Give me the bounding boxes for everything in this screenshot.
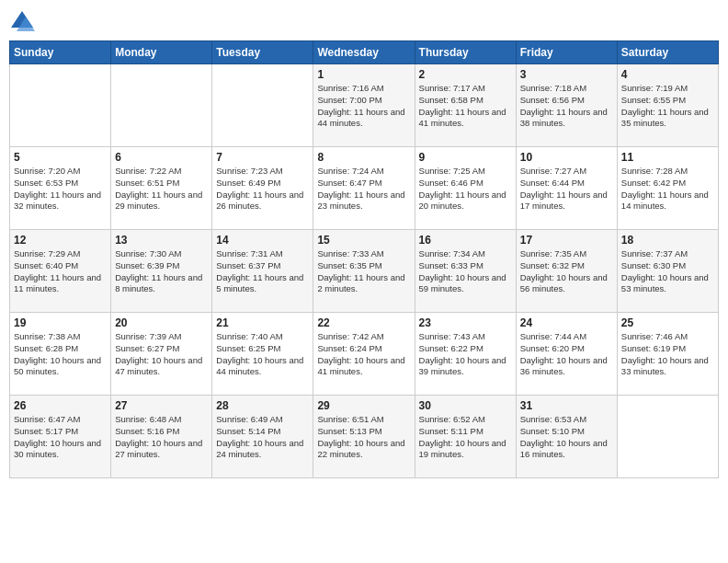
day-number: 19: [14, 316, 107, 329]
day-number: 17: [520, 234, 613, 247]
cell-content: Sunrise: 7:29 AM Sunset: 6:40 PM Dayligh…: [14, 248, 107, 295]
calendar-cell: 15Sunrise: 7:33 AM Sunset: 6:35 PM Dayli…: [313, 230, 415, 313]
cell-content: Sunrise: 7:40 AM Sunset: 6:25 PM Dayligh…: [216, 331, 309, 378]
calendar-cell: 6Sunrise: 7:22 AM Sunset: 6:51 PM Daylig…: [111, 147, 212, 230]
calendar-table: SundayMondayTuesdayWednesdayThursdayFrid…: [9, 40, 719, 478]
day-number: 21: [216, 316, 309, 329]
calendar-cell: [617, 396, 718, 478]
cell-content: Sunrise: 7:33 AM Sunset: 6:35 PM Dayligh…: [317, 248, 410, 295]
cell-content: Sunrise: 7:34 AM Sunset: 6:33 PM Dayligh…: [419, 248, 512, 295]
calendar-cell: [111, 64, 212, 147]
weekday-header: Thursday: [415, 41, 516, 64]
cell-content: Sunrise: 7:28 AM Sunset: 6:42 PM Dayligh…: [621, 166, 714, 213]
calendar-cell: 2Sunrise: 7:17 AM Sunset: 6:58 PM Daylig…: [415, 64, 516, 147]
day-number: 30: [419, 399, 512, 412]
cell-content: Sunrise: 6:47 AM Sunset: 5:17 PM Dayligh…: [14, 414, 107, 461]
weekday-header: Monday: [111, 41, 212, 64]
calendar-cell: 11Sunrise: 7:28 AM Sunset: 6:42 PM Dayli…: [617, 147, 718, 230]
cell-content: Sunrise: 7:20 AM Sunset: 6:53 PM Dayligh…: [14, 166, 107, 213]
page-header: [9, 9, 719, 35]
day-number: 22: [317, 316, 410, 329]
calendar-cell: 14Sunrise: 7:31 AM Sunset: 6:37 PM Dayli…: [212, 230, 313, 313]
cell-content: Sunrise: 7:39 AM Sunset: 6:27 PM Dayligh…: [115, 331, 208, 378]
cell-content: Sunrise: 7:23 AM Sunset: 6:49 PM Dayligh…: [216, 166, 309, 213]
logo: [9, 9, 39, 35]
calendar-cell: 8Sunrise: 7:24 AM Sunset: 6:47 PM Daylig…: [313, 147, 415, 230]
calendar-cell: [10, 64, 111, 147]
weekday-header: Tuesday: [212, 41, 313, 64]
calendar-cell: 27Sunrise: 6:48 AM Sunset: 5:16 PM Dayli…: [111, 396, 212, 478]
cell-content: Sunrise: 7:35 AM Sunset: 6:32 PM Dayligh…: [520, 248, 613, 295]
cell-content: Sunrise: 6:52 AM Sunset: 5:11 PM Dayligh…: [419, 414, 512, 461]
weekday-header: Friday: [516, 41, 617, 64]
cell-content: Sunrise: 7:24 AM Sunset: 6:47 PM Dayligh…: [317, 166, 410, 213]
day-number: 12: [14, 234, 107, 247]
calendar-cell: 29Sunrise: 6:51 AM Sunset: 5:13 PM Dayli…: [313, 396, 415, 478]
cell-content: Sunrise: 7:27 AM Sunset: 6:44 PM Dayligh…: [520, 166, 613, 213]
calendar-cell: 1Sunrise: 7:16 AM Sunset: 7:00 PM Daylig…: [313, 64, 415, 147]
weekday-header: Saturday: [617, 41, 718, 64]
day-number: 13: [115, 234, 208, 247]
day-number: 5: [14, 151, 107, 164]
calendar-cell: 13Sunrise: 7:30 AM Sunset: 6:39 PM Dayli…: [111, 230, 212, 313]
day-number: 18: [621, 234, 714, 247]
calendar-cell: 23Sunrise: 7:43 AM Sunset: 6:22 PM Dayli…: [415, 313, 516, 396]
cell-content: Sunrise: 6:48 AM Sunset: 5:16 PM Dayligh…: [115, 414, 208, 461]
calendar-week-row: 5Sunrise: 7:20 AM Sunset: 6:53 PM Daylig…: [10, 147, 719, 230]
day-number: 6: [115, 151, 208, 164]
weekday-header: Sunday: [10, 41, 111, 64]
cell-content: Sunrise: 7:46 AM Sunset: 6:19 PM Dayligh…: [621, 331, 714, 378]
day-number: 25: [621, 316, 714, 329]
weekday-row: SundayMondayTuesdayWednesdayThursdayFrid…: [10, 41, 719, 64]
calendar-cell: 16Sunrise: 7:34 AM Sunset: 6:33 PM Dayli…: [415, 230, 516, 313]
day-number: 8: [317, 151, 410, 164]
calendar-cell: 26Sunrise: 6:47 AM Sunset: 5:17 PM Dayli…: [10, 396, 111, 478]
calendar-cell: 22Sunrise: 7:42 AM Sunset: 6:24 PM Dayli…: [313, 313, 415, 396]
day-number: 27: [115, 399, 208, 412]
calendar-week-row: 19Sunrise: 7:38 AM Sunset: 6:28 PM Dayli…: [10, 313, 719, 396]
calendar-cell: 20Sunrise: 7:39 AM Sunset: 6:27 PM Dayli…: [111, 313, 212, 396]
calendar-cell: [212, 64, 313, 147]
day-number: 9: [419, 151, 512, 164]
calendar-cell: 3Sunrise: 7:18 AM Sunset: 6:56 PM Daylig…: [516, 64, 617, 147]
cell-content: Sunrise: 7:19 AM Sunset: 6:55 PM Dayligh…: [621, 83, 714, 130]
day-number: 11: [621, 151, 714, 164]
day-number: 24: [520, 316, 613, 329]
day-number: 7: [216, 151, 309, 164]
cell-content: Sunrise: 7:16 AM Sunset: 7:00 PM Dayligh…: [317, 83, 410, 130]
calendar-cell: 4Sunrise: 7:19 AM Sunset: 6:55 PM Daylig…: [617, 64, 718, 147]
cell-content: Sunrise: 7:44 AM Sunset: 6:20 PM Dayligh…: [520, 331, 613, 378]
day-number: 14: [216, 234, 309, 247]
logo-icon: [9, 9, 35, 35]
cell-content: Sunrise: 6:51 AM Sunset: 5:13 PM Dayligh…: [317, 414, 410, 461]
calendar-cell: 19Sunrise: 7:38 AM Sunset: 6:28 PM Dayli…: [10, 313, 111, 396]
day-number: 16: [419, 234, 512, 247]
calendar-cell: 30Sunrise: 6:52 AM Sunset: 5:11 PM Dayli…: [415, 396, 516, 478]
calendar-cell: 5Sunrise: 7:20 AM Sunset: 6:53 PM Daylig…: [10, 147, 111, 230]
calendar-header: SundayMondayTuesdayWednesdayThursdayFrid…: [10, 41, 719, 64]
cell-content: Sunrise: 7:18 AM Sunset: 6:56 PM Dayligh…: [520, 83, 613, 130]
calendar-week-row: 26Sunrise: 6:47 AM Sunset: 5:17 PM Dayli…: [10, 396, 719, 478]
day-number: 15: [317, 234, 410, 247]
cell-content: Sunrise: 6:53 AM Sunset: 5:10 PM Dayligh…: [520, 414, 613, 461]
day-number: 29: [317, 399, 410, 412]
weekday-header: Wednesday: [313, 41, 415, 64]
calendar-cell: 9Sunrise: 7:25 AM Sunset: 6:46 PM Daylig…: [415, 147, 516, 230]
cell-content: Sunrise: 7:22 AM Sunset: 6:51 PM Dayligh…: [115, 166, 208, 213]
calendar-cell: 28Sunrise: 6:49 AM Sunset: 5:14 PM Dayli…: [212, 396, 313, 478]
cell-content: Sunrise: 7:17 AM Sunset: 6:58 PM Dayligh…: [419, 83, 512, 130]
cell-content: Sunrise: 7:43 AM Sunset: 6:22 PM Dayligh…: [419, 331, 512, 378]
day-number: 26: [14, 399, 107, 412]
day-number: 10: [520, 151, 613, 164]
cell-content: Sunrise: 6:49 AM Sunset: 5:14 PM Dayligh…: [216, 414, 309, 461]
calendar-cell: 24Sunrise: 7:44 AM Sunset: 6:20 PM Dayli…: [516, 313, 617, 396]
cell-content: Sunrise: 7:37 AM Sunset: 6:30 PM Dayligh…: [621, 248, 714, 295]
calendar-cell: 7Sunrise: 7:23 AM Sunset: 6:49 PM Daylig…: [212, 147, 313, 230]
calendar-cell: 21Sunrise: 7:40 AM Sunset: 6:25 PM Dayli…: [212, 313, 313, 396]
day-number: 4: [621, 68, 714, 81]
calendar-cell: 25Sunrise: 7:46 AM Sunset: 6:19 PM Dayli…: [617, 313, 718, 396]
cell-content: Sunrise: 7:25 AM Sunset: 6:46 PM Dayligh…: [419, 166, 512, 213]
cell-content: Sunrise: 7:38 AM Sunset: 6:28 PM Dayligh…: [14, 331, 107, 378]
cell-content: Sunrise: 7:30 AM Sunset: 6:39 PM Dayligh…: [115, 248, 208, 295]
day-number: 20: [115, 316, 208, 329]
